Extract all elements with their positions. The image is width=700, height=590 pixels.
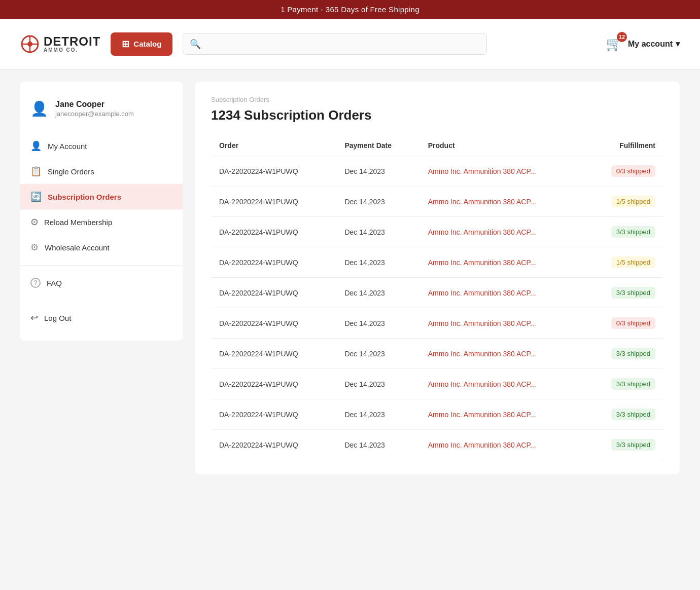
fulfillment-cell: 3/3 shipped (584, 217, 663, 247)
payment-date: Dec 14,2023 (336, 339, 419, 369)
table-row[interactable]: DA-22020224-W1PUWQ Dec 14,2023 Ammo Inc.… (211, 369, 663, 399)
catalog-button[interactable]: ⊞ Catalog (111, 32, 172, 56)
content-card: Subscription Orders 1234 Subscription Or… (195, 82, 680, 474)
order-id: DA-22020224-W1PUWQ (211, 308, 336, 339)
fulfillment-badge: 3/3 shipped (611, 226, 655, 238)
sidebar-item-reload-membership-label: Reload Membership (44, 218, 112, 227)
subscription-orders-icon: 🔄 (30, 191, 42, 202)
sidebar-item-wholesale-account[interactable]: ⚙ Wholesale Account (20, 235, 183, 260)
cart-button[interactable]: 🛒 12 (604, 34, 624, 54)
chevron-down-icon: ▾ (676, 39, 680, 49)
product-name[interactable]: Ammo Inc. Ammunition 380 ACP... (420, 339, 584, 369)
product-name[interactable]: Ammo Inc. Ammunition 380 ACP... (420, 217, 584, 247)
fulfillment-cell: 3/3 shipped (584, 339, 663, 369)
table-row[interactable]: DA-22020224-W1PUWQ Dec 14,2023 Ammo Inc.… (211, 217, 663, 247)
table-row[interactable]: DA-22020224-W1PUWQ Dec 14,2023 Ammo Inc.… (211, 339, 663, 369)
fulfillment-cell: 0/3 shipped (584, 156, 663, 187)
wholesale-account-icon: ⚙ (30, 242, 39, 253)
sidebar-item-reload-membership[interactable]: ⊙ Reload Membership (20, 209, 183, 235)
site-logo[interactable]: DETROIT AMMO CO. (20, 34, 100, 54)
sidebar-item-single-orders-label: Single Orders (48, 167, 94, 176)
sidebar: 👤 Jane Cooper janecooper@example.com 👤 M… (20, 82, 183, 341)
user-avatar-icon: 👤 (30, 100, 48, 117)
fulfillment-badge: 3/3 shipped (611, 378, 655, 390)
sidebar-divider (20, 265, 183, 266)
product-name[interactable]: Ammo Inc. Ammunition 380 ACP... (420, 187, 584, 217)
col-payment-date: Payment Date (336, 135, 419, 156)
product-name[interactable]: Ammo Inc. Ammunition 380 ACP... (420, 156, 584, 187)
product-name[interactable]: Ammo Inc. Ammunition 380 ACP... (420, 369, 584, 399)
user-email: janecooper@example.com (55, 110, 134, 118)
cart-badge: 12 (617, 32, 627, 42)
table-row[interactable]: DA-22020224-W1PUWQ Dec 14,2023 Ammo Inc.… (211, 156, 663, 187)
banner-text: 1 Payment - 365 Days of Free Shipping (281, 5, 419, 14)
page-title: 1234 Subscription Orders (211, 107, 663, 123)
sidebar-item-single-orders[interactable]: 📋 Single Orders (20, 159, 183, 184)
search-container: 🔍 (183, 33, 487, 55)
table-row[interactable]: DA-22020224-W1PUWQ Dec 14,2023 Ammo Inc.… (211, 399, 663, 430)
fulfillment-badge: 0/3 shipped (611, 165, 655, 177)
header-right: 🛒 12 My account ▾ (604, 34, 680, 54)
sidebar-item-subscription-orders-label: Subscription Orders (48, 193, 121, 201)
faq-icon: ? (30, 278, 41, 288)
product-name[interactable]: Ammo Inc. Ammunition 380 ACP... (420, 399, 584, 430)
payment-date: Dec 14,2023 (336, 430, 419, 460)
col-fulfillment: Fulfillment (584, 135, 663, 156)
fulfillment-cell: 3/3 shipped (584, 430, 663, 460)
sidebar-item-faq-label: FAQ (47, 279, 62, 287)
order-id: DA-22020224-W1PUWQ (211, 430, 336, 460)
user-name: Jane Cooper (55, 100, 134, 109)
sidebar-item-subscription-orders[interactable]: 🔄 Subscription Orders (20, 184, 183, 209)
product-name[interactable]: Ammo Inc. Ammunition 380 ACP... (420, 308, 584, 339)
fulfillment-cell: 1/5 shipped (584, 247, 663, 278)
fulfillment-cell: 3/3 shipped (584, 399, 663, 430)
col-order: Order (211, 135, 336, 156)
fulfillment-badge: 0/3 shipped (611, 317, 655, 329)
search-input[interactable] (183, 33, 487, 55)
sidebar-item-faq[interactable]: ? FAQ (20, 271, 183, 295)
fulfillment-badge: 3/3 shipped (611, 287, 655, 299)
top-banner: 1 Payment - 365 Days of Free Shipping (0, 0, 700, 19)
sidebar-nav: 👤 My Account 📋 Single Orders 🔄 Subscript… (20, 133, 183, 295)
main-content: Subscription Orders 1234 Subscription Or… (195, 82, 680, 474)
product-name[interactable]: Ammo Inc. Ammunition 380 ACP... (420, 247, 584, 278)
payment-date: Dec 14,2023 (336, 399, 419, 430)
payment-date: Dec 14,2023 (336, 369, 419, 399)
logout-icon: ↩ (30, 312, 38, 323)
order-id: DA-22020224-W1PUWQ (211, 217, 336, 247)
fulfillment-badge: 1/5 shipped (611, 196, 655, 207)
my-account-button[interactable]: My account ▾ (628, 39, 680, 49)
reload-membership-icon: ⊙ (30, 216, 38, 228)
user-details: Jane Cooper janecooper@example.com (55, 100, 134, 118)
table-row[interactable]: DA-22020224-W1PUWQ Dec 14,2023 Ammo Inc.… (211, 247, 663, 278)
product-name[interactable]: Ammo Inc. Ammunition 380 ACP... (420, 430, 584, 460)
sidebar-item-my-account[interactable]: 👤 My Account (20, 133, 183, 159)
table-row[interactable]: DA-22020224-W1PUWQ Dec 14,2023 Ammo Inc.… (211, 278, 663, 308)
site-header: DETROIT AMMO CO. ⊞ Catalog 🔍 🛒 12 My acc… (0, 19, 700, 69)
logout-button[interactable]: ↩ Log Out (20, 305, 183, 330)
payment-date: Dec 14,2023 (336, 247, 419, 278)
payment-date: Dec 14,2023 (336, 278, 419, 308)
user-info: 👤 Jane Cooper janecooper@example.com (20, 92, 183, 128)
fulfillment-cell: 3/3 shipped (584, 278, 663, 308)
order-id: DA-22020224-W1PUWQ (211, 156, 336, 187)
fulfillment-badge: 3/3 shipped (611, 439, 655, 451)
my-account-label: My account (628, 40, 673, 49)
order-id: DA-22020224-W1PUWQ (211, 187, 336, 217)
order-id: DA-22020224-W1PUWQ (211, 399, 336, 430)
table-row[interactable]: DA-22020224-W1PUWQ Dec 14,2023 Ammo Inc.… (211, 187, 663, 217)
order-id: DA-22020224-W1PUWQ (211, 339, 336, 369)
order-id: DA-22020224-W1PUWQ (211, 369, 336, 399)
catalog-grid-icon: ⊞ (122, 39, 129, 50)
table-row[interactable]: DA-22020224-W1PUWQ Dec 14,2023 Ammo Inc.… (211, 308, 663, 339)
table-row[interactable]: DA-22020224-W1PUWQ Dec 14,2023 Ammo Inc.… (211, 430, 663, 460)
product-name[interactable]: Ammo Inc. Ammunition 380 ACP... (420, 278, 584, 308)
fulfillment-cell: 0/3 shipped (584, 308, 663, 339)
main-layout: 👤 Jane Cooper janecooper@example.com 👤 M… (0, 69, 700, 487)
sidebar-item-wholesale-account-label: Wholesale Account (45, 243, 110, 252)
breadcrumb: Subscription Orders (211, 96, 663, 103)
payment-date: Dec 14,2023 (336, 187, 419, 217)
fulfillment-badge: 3/3 shipped (611, 409, 655, 420)
order-id: DA-22020224-W1PUWQ (211, 278, 336, 308)
fulfillment-cell: 3/3 shipped (584, 369, 663, 399)
